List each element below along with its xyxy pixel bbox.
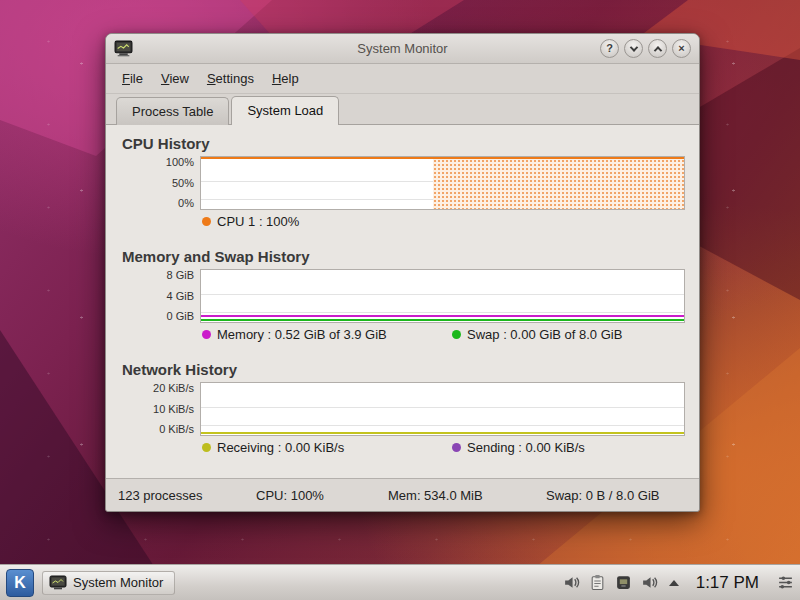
legend-label: Receiving : 0.00 KiB/s — [217, 440, 344, 455]
menu-help[interactable]: Help — [263, 67, 308, 90]
network-y-axis: 20 KiB/s 10 KiB/s 0 KiB/s — [120, 382, 200, 436]
audio-volume-icon[interactable] — [641, 574, 659, 592]
network-legend: Receiving : 0.00 KiB/s Sending : 0.00 Ki… — [202, 440, 685, 455]
taskbar: K System Monitor 1:17 PM — [0, 564, 800, 600]
tick-label: 10 KiB/s — [153, 404, 194, 415]
cpu-chart — [200, 156, 685, 210]
menu-view[interactable]: View — [152, 67, 198, 90]
gridline — [201, 312, 684, 313]
system-monitor-icon — [49, 575, 67, 591]
minimize-button[interactable] — [624, 39, 643, 58]
legend-label: Sending : 0.00 KiB/s — [467, 440, 585, 455]
help-button[interactable]: ? — [600, 39, 619, 58]
cpu-status: CPU: 100% — [256, 488, 388, 503]
legend-label: CPU 1 : 100% — [217, 214, 299, 229]
swap-status: Swap: 0 B / 8.0 GiB — [546, 488, 687, 503]
legend-item: CPU 1 : 100% — [202, 214, 299, 229]
network-history-title: Network History — [122, 361, 685, 378]
cpu-legend-bullet-icon — [202, 217, 211, 226]
tray-expand-arrow-icon[interactable] — [669, 580, 679, 586]
system-load-panel: CPU History 100% 50% 0% CPU 1 : 100% — [106, 125, 699, 478]
tick-label: 100% — [166, 157, 194, 168]
system-monitor-window: System Monitor ? × File View Settings He… — [105, 33, 700, 512]
app-launcher-button[interactable]: K — [6, 569, 34, 597]
menubar: File View Settings Help — [106, 64, 699, 94]
menu-settings[interactable]: Settings — [198, 67, 263, 90]
system-tray: 1:17 PM — [563, 573, 794, 593]
legend-item: Sending : 0.00 KiB/s — [452, 440, 585, 455]
window-buttons: ? × — [600, 39, 691, 58]
cpu-area-fill — [433, 159, 684, 209]
receiving-legend-bullet-icon — [202, 443, 211, 452]
tick-label: 20 KiB/s — [153, 383, 194, 394]
window-titlebar[interactable]: System Monitor ? × — [106, 34, 699, 64]
swap-legend-bullet-icon — [452, 330, 461, 339]
memory-swap-title: Memory and Swap History — [122, 248, 685, 265]
maximize-button[interactable] — [648, 39, 667, 58]
cpu-legend: CPU 1 : 100% — [202, 214, 685, 229]
memory-status: Mem: 534.0 MiB — [388, 488, 546, 503]
taskbar-task-system-monitor[interactable]: System Monitor — [42, 571, 175, 595]
tick-label: 4 GiB — [166, 291, 194, 302]
cpu-y-axis: 100% 50% 0% — [120, 156, 200, 210]
tick-label: 0 KiB/s — [159, 424, 194, 435]
tick-label: 0 GiB — [166, 311, 194, 322]
legend-item: Memory : 0.52 GiB of 3.9 GiB — [202, 327, 452, 342]
cpu-history-section: CPU History 100% 50% 0% CPU 1 : 100% — [120, 135, 685, 229]
cpu-history-title: CPU History — [122, 135, 685, 152]
tab-system-load[interactable]: System Load — [231, 96, 339, 125]
memory-legend: Memory : 0.52 GiB of 3.9 GiB Swap : 0.00… — [202, 327, 685, 342]
cpu-series-line — [201, 157, 684, 159]
menu-file[interactable]: File — [113, 67, 152, 90]
tick-label: 0% — [178, 198, 194, 209]
memory-chart — [200, 269, 685, 323]
network-history-section: Network History 20 KiB/s 10 KiB/s 0 KiB/… — [120, 361, 685, 455]
tick-label: 8 GiB — [166, 270, 194, 281]
gridline — [201, 425, 684, 426]
gridline — [201, 294, 684, 295]
memory-y-axis: 8 GiB 4 GiB 0 GiB — [120, 269, 200, 323]
tick-label: 50% — [172, 178, 194, 189]
legend-label: Swap : 0.00 GiB of 8.0 GiB — [467, 327, 622, 342]
legend-item: Swap : 0.00 GiB of 8.0 GiB — [452, 327, 622, 342]
network-chart — [200, 382, 685, 436]
memory-legend-bullet-icon — [202, 330, 211, 339]
swap-series-line — [201, 319, 684, 321]
task-label: System Monitor — [73, 575, 163, 590]
statusbar: 123 processes CPU: 100% Mem: 534.0 MiB S… — [106, 478, 699, 511]
clock[interactable]: 1:17 PM — [696, 573, 759, 593]
tab-process-table[interactable]: Process Table — [116, 97, 229, 125]
memory-series-line — [201, 315, 684, 317]
memory-swap-history-section: Memory and Swap History 8 GiB 4 GiB 0 Gi… — [120, 248, 685, 342]
volume-icon[interactable] — [563, 574, 581, 592]
receiving-series-line — [201, 432, 684, 434]
sending-legend-bullet-icon — [452, 443, 461, 452]
device-notifier-icon[interactable] — [615, 574, 633, 592]
legend-label: Memory : 0.52 GiB of 3.9 GiB — [217, 327, 387, 342]
close-button[interactable]: × — [672, 39, 691, 58]
clipboard-icon[interactable] — [589, 574, 607, 592]
process-count: 123 processes — [118, 488, 256, 503]
legend-item: Receiving : 0.00 KiB/s — [202, 440, 452, 455]
panel-toolbox-icon[interactable] — [776, 574, 794, 592]
tabbar: Process Table System Load — [106, 94, 699, 125]
gridline — [201, 407, 684, 408]
